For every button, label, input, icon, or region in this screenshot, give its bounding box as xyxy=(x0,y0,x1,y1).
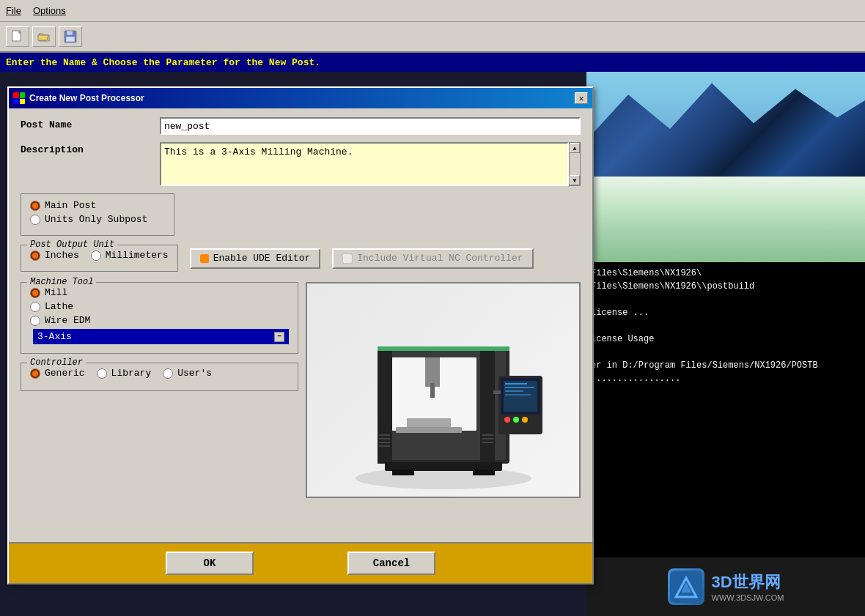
svg-rect-37 xyxy=(392,470,414,475)
output-unit-legend: Post Output Unit xyxy=(27,240,117,250)
open-file-icon xyxy=(37,30,51,43)
wire-edm-radio[interactable] xyxy=(30,316,40,326)
output-unit-group: Post Output Unit Inches Millimeters xyxy=(21,245,178,272)
console-line-6: icense Usage xyxy=(591,333,861,346)
background-image xyxy=(586,72,865,262)
dialog-footer: OK Cancel xyxy=(9,542,592,583)
output-unit-radios: Inches Millimeters xyxy=(30,250,169,264)
svg-rect-35 xyxy=(493,390,501,394)
svg-rect-4 xyxy=(586,72,865,262)
post-name-input[interactable] xyxy=(160,117,581,135)
close-button[interactable]: ✕ xyxy=(575,92,588,104)
machine-tool-group: Machine Tool Mill Lathe Wire EDM xyxy=(21,282,298,354)
icon-cell-blue xyxy=(13,99,19,105)
svg-rect-2 xyxy=(67,31,73,35)
watermark-text: 3D世界网 WWW.3DSJW.COM xyxy=(712,571,784,602)
units-only-row: Units Only Subpost xyxy=(30,214,165,225)
machine-image xyxy=(306,282,581,498)
list-minus-button[interactable]: − xyxy=(274,332,284,342)
svg-rect-39 xyxy=(379,434,390,436)
new-file-button[interactable] xyxy=(6,26,29,47)
open-file-button[interactable] xyxy=(32,26,56,47)
statusbar: Enter the Name & Choose the Parameter fo… xyxy=(0,53,865,72)
axis-3-item[interactable]: 3-Axis − xyxy=(33,329,289,344)
wire-edm-label: Wire EDM xyxy=(45,315,90,326)
mill-radio[interactable] xyxy=(30,288,40,298)
description-wrapper: This is a 3-Axis Milling Machine. ▲ ▼ xyxy=(160,142,581,186)
controller-group: Controller Generic Library User's xyxy=(21,363,298,391)
svg-marker-5 xyxy=(586,101,865,204)
description-input[interactable]: This is a 3-Axis Milling Machine. xyxy=(160,142,569,186)
mill-row: Mill xyxy=(30,287,289,298)
vnc-checkbox[interactable] xyxy=(342,253,353,264)
library-row: Library xyxy=(97,368,152,379)
svg-rect-31 xyxy=(505,394,531,396)
inches-row: Inches xyxy=(30,250,79,261)
console-line-8: er in D:/Program Files/Siemens/NX1926/PO… xyxy=(591,359,861,372)
svg-rect-47 xyxy=(396,427,462,433)
axis-3-label: 3-Axis xyxy=(37,331,72,342)
lathe-radio[interactable] xyxy=(30,302,40,312)
millimeters-label: Millimeters xyxy=(106,250,169,261)
ude-editor-button[interactable]: Enable UDE Editor xyxy=(190,248,321,269)
toolbar xyxy=(0,22,865,53)
generic-row: Generic xyxy=(30,368,85,379)
svg-rect-45 xyxy=(482,442,493,443)
svg-rect-30 xyxy=(505,390,523,392)
console-line-4: license ... xyxy=(591,306,861,319)
ude-label: Enable UDE Editor xyxy=(213,253,311,264)
generic-radio[interactable] xyxy=(30,368,40,379)
svg-rect-28 xyxy=(505,383,527,385)
svg-rect-27 xyxy=(504,381,537,412)
options-menu[interactable]: Options xyxy=(33,5,66,16)
units-only-radio[interactable] xyxy=(30,215,40,225)
ok-button[interactable]: OK xyxy=(166,552,254,575)
generic-label: Generic xyxy=(45,368,85,379)
left-panel: Machine Tool Mill Lathe Wire EDM xyxy=(21,282,298,498)
wire-edm-row: Wire EDM xyxy=(30,315,289,326)
scroll-down-arrow[interactable]: ▼ xyxy=(570,175,580,185)
main-post-radio[interactable] xyxy=(30,201,40,211)
scroll-up-arrow[interactable]: ▲ xyxy=(570,143,580,153)
icon-cell-green xyxy=(20,92,26,98)
cancel-button[interactable]: Cancel xyxy=(347,552,435,575)
output-unit-section: Post Output Unit Inches Millimeters Enab… xyxy=(21,245,581,272)
save-file-button[interactable] xyxy=(59,26,82,47)
console-line-7 xyxy=(591,346,861,359)
inches-radio[interactable] xyxy=(30,251,40,261)
svg-rect-40 xyxy=(379,438,390,439)
new-file-icon xyxy=(11,30,24,43)
post-name-label: Post Name xyxy=(21,117,160,130)
svg-rect-44 xyxy=(482,438,493,439)
right-panel xyxy=(306,282,581,498)
users-row: User's xyxy=(163,368,212,379)
two-column-layout: Machine Tool Mill Lathe Wire EDM xyxy=(21,282,581,498)
console-line-5 xyxy=(591,319,861,333)
watermark: 3D世界网 WWW.3DSJW.COM xyxy=(586,557,865,616)
save-file-icon xyxy=(64,30,77,43)
watermark-url: WWW.3DSJW.COM xyxy=(712,593,784,602)
millimeters-radio[interactable] xyxy=(91,251,101,261)
svg-marker-8 xyxy=(768,130,786,156)
status-text: Enter the Name & Choose the Parameter fo… xyxy=(6,57,320,68)
svg-rect-3 xyxy=(66,37,75,42)
svg-rect-29 xyxy=(505,387,534,388)
svg-point-34 xyxy=(522,417,528,423)
svg-rect-22 xyxy=(425,357,440,387)
users-label: User's xyxy=(177,368,212,379)
svg-rect-38 xyxy=(473,470,495,475)
dialog-title-text: Create New Post Processor xyxy=(29,93,144,103)
console-line-2: Files\Siemens\NX1926\\postbuild xyxy=(591,280,861,293)
description-scrollbar[interactable]: ▲ ▼ xyxy=(569,142,581,186)
dialog-content: Post Name Description This is a 3-Axis M… xyxy=(9,108,592,542)
vnc-checkbox-button[interactable]: Include Virtual NC Controller xyxy=(332,248,533,269)
lathe-row: Lathe xyxy=(30,301,289,312)
file-menu[interactable]: File xyxy=(6,5,21,16)
users-radio[interactable] xyxy=(163,368,173,379)
library-radio[interactable] xyxy=(97,368,107,379)
description-label: Description xyxy=(21,142,160,155)
svg-rect-41 xyxy=(379,442,390,443)
description-row: Description This is a 3-Axis Milling Mac… xyxy=(21,142,581,186)
console-line-3 xyxy=(591,293,861,306)
mountain-svg xyxy=(586,72,865,262)
